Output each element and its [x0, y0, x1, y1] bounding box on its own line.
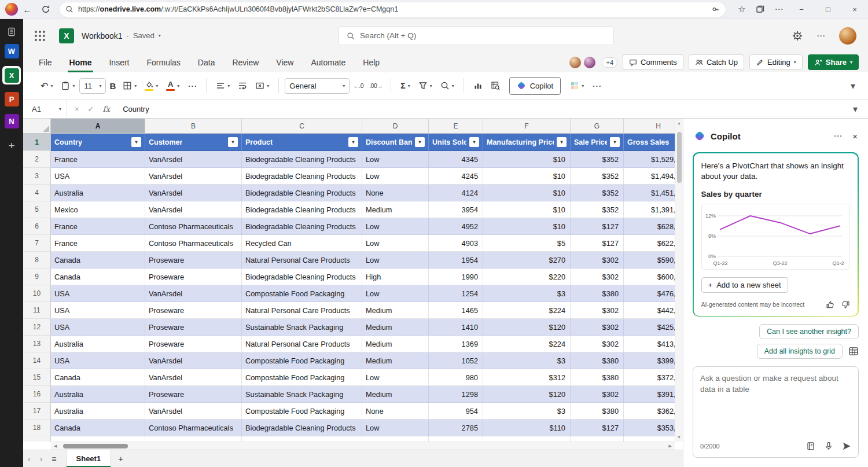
- cell-F11[interactable]: $224: [483, 302, 571, 319]
- cell-C2[interactable]: Biodegradable Cleaning Products: [242, 151, 362, 168]
- cell-H2[interactable]: $1,529,440: [624, 151, 675, 168]
- decrease-decimal-button[interactable]: ←.0: [351, 79, 366, 92]
- column-header-F[interactable]: F: [483, 119, 571, 134]
- select-all-button[interactable]: [23, 119, 51, 134]
- collaborator-avatar[interactable]: [568, 56, 582, 69]
- cell-H12[interactable]: $425,820: [624, 319, 675, 336]
- find-button[interactable]: ▾: [437, 78, 458, 93]
- browser-back-button[interactable]: ←: [18, 0, 36, 19]
- row-header-14[interactable]: 14: [23, 352, 51, 369]
- horizontal-scroll-thumb[interactable]: [63, 444, 128, 448]
- cell-G10[interactable]: $380: [571, 285, 624, 302]
- increase-decimal-button[interactable]: .00→: [367, 79, 385, 92]
- cell-F8[interactable]: $270: [483, 252, 571, 269]
- table-header-sale-price[interactable]: Sale Price▾: [571, 134, 624, 151]
- collapse-ribbon-button[interactable]: ▾: [851, 80, 868, 91]
- cell-F9[interactable]: $220: [483, 269, 571, 285]
- cell-C12[interactable]: Sustainable Snack Packaging: [242, 319, 362, 336]
- more-options-button[interactable]: ⋯: [816, 31, 825, 41]
- cell-H6[interactable]: $628,904: [624, 218, 675, 235]
- cell-D2[interactable]: Low: [362, 151, 429, 168]
- merge-cells-button[interactable]: ▾: [252, 78, 273, 93]
- cell-H3[interactable]: $1,494,240: [624, 168, 675, 185]
- cell-B6[interactable]: Contoso Pharmaceuticals: [145, 218, 242, 235]
- suggestion-chip-add-insights[interactable]: Add all insights to grid: [757, 344, 843, 359]
- scroll-up-icon[interactable]: ▲: [677, 119, 681, 127]
- send-icon[interactable]: [842, 442, 851, 451]
- scroll-right-icon[interactable]: ▶: [666, 444, 675, 448]
- browser-refresh-button[interactable]: [36, 0, 55, 19]
- cell-A6[interactable]: France: [51, 218, 145, 235]
- row-header-15[interactable]: 15: [23, 369, 51, 386]
- cancel-button[interactable]: ×: [75, 105, 79, 113]
- microphone-icon[interactable]: [824, 442, 833, 451]
- sidebar-item-word[interactable]: W: [5, 44, 19, 58]
- cell-B15[interactable]: VanArsdel: [145, 369, 242, 386]
- cell-A4[interactable]: Australia: [51, 185, 145, 201]
- cell-D17[interactable]: None: [362, 403, 429, 420]
- cell-B14[interactable]: VanArsdel: [145, 352, 242, 369]
- cell-G6[interactable]: $127: [571, 218, 624, 235]
- row-header-5[interactable]: 5: [23, 201, 51, 218]
- edge-profile-avatar[interactable]: [5, 3, 18, 16]
- cell-F5[interactable]: $10: [483, 201, 571, 218]
- cell-E16[interactable]: 1298: [429, 386, 483, 403]
- search-input[interactable]: [360, 31, 606, 40]
- catch-up-button[interactable]: Catch Up: [689, 54, 744, 70]
- expand-formula-bar-button[interactable]: ▾: [853, 104, 868, 115]
- cell-A15[interactable]: Canada: [51, 369, 145, 386]
- tab-home[interactable]: Home: [68, 52, 94, 72]
- cell-G13[interactable]: $302: [571, 336, 624, 352]
- cell-H17[interactable]: $362,520: [624, 403, 675, 420]
- cell-G16[interactable]: $302: [571, 386, 624, 403]
- cell-G14[interactable]: $380: [571, 352, 624, 369]
- row-header-8[interactable]: 8: [23, 252, 51, 269]
- sheet-tab-sheet1[interactable]: Sheet1: [66, 450, 112, 467]
- cell-B16[interactable]: Proseware: [145, 386, 242, 403]
- row-header-13[interactable]: 13: [23, 336, 51, 352]
- filter-icon[interactable]: ▾: [469, 137, 479, 147]
- gear-icon[interactable]: [792, 31, 803, 41]
- cell-F13[interactable]: $224: [483, 336, 571, 352]
- filter-icon[interactable]: ▾: [228, 137, 238, 147]
- cell-F16[interactable]: $120: [483, 386, 571, 403]
- row-header-12[interactable]: 12: [23, 319, 51, 336]
- cell-E18[interactable]: 2785: [429, 420, 483, 436]
- cell-E15[interactable]: 980: [429, 369, 483, 386]
- cell-B10[interactable]: VanArsdel: [145, 285, 242, 302]
- name-box[interactable]: A1▾: [23, 100, 67, 118]
- insert-chart-button[interactable]: [470, 78, 486, 93]
- cell-A19[interactable]: Canada: [51, 436, 145, 442]
- cell-B13[interactable]: Proseware: [145, 336, 242, 352]
- cell-F6[interactable]: $10: [483, 218, 571, 235]
- font-color-button[interactable]: A ▾: [163, 78, 183, 94]
- cell-G5[interactable]: $352: [571, 201, 624, 218]
- cell-G2[interactable]: $352: [571, 151, 624, 168]
- cell-E4[interactable]: 4124: [429, 185, 483, 201]
- sidebar-item-powerpoint[interactable]: P: [5, 92, 19, 106]
- tab-automate[interactable]: Automate: [309, 52, 347, 72]
- column-header-H[interactable]: H: [624, 119, 675, 134]
- row-header-4[interactable]: 4: [23, 185, 51, 201]
- thumbs-up-icon[interactable]: [826, 300, 834, 309]
- font-group-overflow-button[interactable]: ⋯: [184, 78, 200, 94]
- close-button[interactable]: ×: [841, 0, 868, 19]
- cell-C10[interactable]: Compostable Food Packaging: [242, 285, 362, 302]
- borders-button[interactable]: ▾: [119, 78, 140, 93]
- font-size-select[interactable]: 11▾: [79, 78, 106, 94]
- cell-G18[interactable]: $127: [571, 420, 624, 436]
- row-header-19[interactable]: 19: [23, 436, 51, 442]
- paste-button[interactable]: ▾: [57, 78, 78, 93]
- minimize-button[interactable]: −: [788, 0, 815, 19]
- row-header-16[interactable]: 16: [23, 386, 51, 403]
- cell-D10[interactable]: Low: [362, 285, 429, 302]
- tab-data[interactable]: Data: [196, 52, 217, 72]
- cell-C4[interactable]: Biodegradable Cleaning Products: [242, 185, 362, 201]
- cell-H4[interactable]: $1,451,648: [624, 185, 675, 201]
- comments-button[interactable]: Comments: [623, 54, 683, 70]
- scroll-down-icon[interactable]: ▼: [677, 433, 681, 442]
- table-header-country[interactable]: Country▾: [51, 134, 145, 151]
- table-header-manufacturing-price[interactable]: Manufacturing Price▾: [483, 134, 571, 151]
- row-header-2[interactable]: 2: [23, 151, 51, 168]
- cell-D16[interactable]: Medium: [362, 386, 429, 403]
